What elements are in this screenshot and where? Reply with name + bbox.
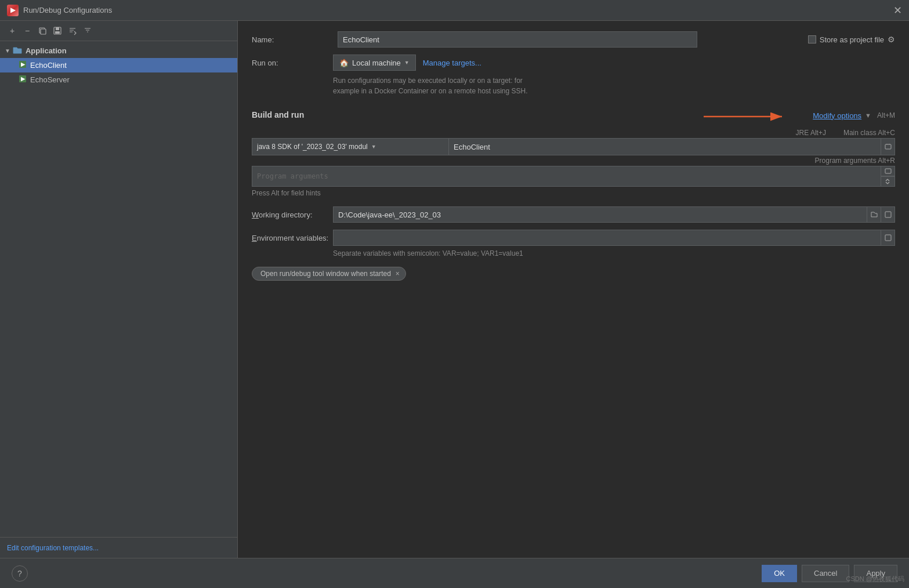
local-machine-dropdown[interactable]: 🏠 Local machine ▼ bbox=[333, 55, 416, 71]
build-run-section: Build and run Modify options ▼ Alt+M bbox=[252, 106, 895, 281]
env-vars-macro[interactable] bbox=[881, 230, 895, 246]
working-dir-browse-folder[interactable] bbox=[867, 206, 881, 223]
tree-group-application[interactable]: ▼ Application bbox=[0, 43, 237, 58]
main-class-hint-label: Main class Alt+C bbox=[843, 129, 895, 137]
prog-args-hint-label: Program arguments Alt+R bbox=[815, 157, 895, 165]
open-tool-window-label: Open run/debug tool window when started bbox=[260, 270, 391, 278]
press-alt-hint: Press Alt for field hints bbox=[252, 189, 895, 197]
working-dir-label: Working directory: bbox=[252, 210, 333, 219]
tag-close-button[interactable]: × bbox=[396, 270, 400, 277]
import-config-button[interactable] bbox=[66, 24, 79, 37]
local-machine-text: Local machine bbox=[352, 59, 401, 67]
svg-text:▶: ▶ bbox=[21, 61, 26, 67]
configurations-toolbar: + − bbox=[0, 21, 237, 41]
svg-text:▶: ▶ bbox=[21, 76, 26, 82]
config-icon-2: ▶ bbox=[19, 75, 27, 85]
java-sdk-text: java 8 SDK of '_2023_02_03' modul bbox=[257, 143, 368, 151]
add-config-button[interactable]: + bbox=[6, 24, 19, 37]
env-vars-label: Environment variables: bbox=[252, 234, 333, 242]
title-bar: ▶ Run/Debug Configurations ✕ bbox=[0, 0, 909, 21]
sort-config-button[interactable] bbox=[81, 24, 94, 37]
app-icon: ▶ bbox=[7, 5, 19, 16]
folder-icon bbox=[13, 46, 22, 56]
jre-hint: JRE Alt+J bbox=[796, 129, 826, 137]
house-icon: 🏠 bbox=[339, 59, 349, 67]
prog-args-buttons bbox=[881, 166, 895, 187]
svg-rect-4 bbox=[55, 31, 60, 34]
tree-item-echoserver-label: EchoServer bbox=[30, 75, 70, 84]
tree-expand-arrow: ▼ bbox=[5, 48, 10, 54]
prog-args-row bbox=[252, 166, 895, 187]
store-project-file-option: Store as project file ⚙ bbox=[808, 35, 895, 44]
env-vars-buttons bbox=[881, 230, 895, 246]
close-button[interactable]: ✕ bbox=[893, 6, 902, 15]
store-project-label: Store as project file bbox=[820, 35, 884, 44]
svg-rect-3 bbox=[56, 27, 59, 30]
prog-args-input[interactable] bbox=[252, 166, 881, 187]
name-input[interactable] bbox=[338, 31, 697, 48]
dropdown-arrow-icon: ▼ bbox=[404, 60, 410, 66]
env-vars-input[interactable] bbox=[333, 230, 881, 246]
java-sdk-dropdown[interactable]: java 8 SDK of '_2023_02_03' modul ▼ bbox=[252, 138, 449, 155]
main-class-input[interactable] bbox=[449, 138, 881, 155]
bottom-bar: ? OK Cancel Apply bbox=[0, 558, 909, 588]
working-dir-row: Working directory: bbox=[252, 206, 895, 223]
manage-targets-link[interactable]: Manage targets... bbox=[423, 59, 481, 67]
cancel-button[interactable]: Cancel bbox=[802, 565, 849, 582]
tree-item-echoserver[interactable]: ▶ EchoServer bbox=[0, 72, 237, 87]
run-on-label: Run on: bbox=[252, 59, 333, 67]
modify-options-shortcut: Alt+M bbox=[877, 111, 895, 119]
tree-item-echoclient[interactable]: ▶ EchoClient bbox=[0, 58, 237, 72]
ok-button[interactable]: OK bbox=[762, 565, 797, 582]
left-panel: + − ▼ Application bbox=[0, 21, 238, 558]
store-project-checkbox[interactable] bbox=[808, 35, 816, 43]
working-dir-macro[interactable] bbox=[881, 206, 895, 223]
prog-args-expand-btn[interactable] bbox=[881, 176, 895, 187]
right-panel: Name: Store as project file ⚙ Run on: 🏠 … bbox=[238, 21, 909, 558]
env-vars-row: Environment variables: bbox=[252, 230, 895, 246]
prog-args-macro-btn[interactable] bbox=[881, 166, 895, 176]
svg-rect-13 bbox=[885, 235, 891, 241]
run-description: Run configurations may be executed local… bbox=[333, 75, 895, 96]
tag-row: Open run/debug tool window when started … bbox=[252, 267, 895, 281]
edit-templates-link[interactable]: Edit configuration templates... bbox=[7, 544, 99, 552]
main-class-browse-btn[interactable] bbox=[881, 138, 895, 155]
name-label: Name: bbox=[252, 35, 333, 44]
gear-icon[interactable]: ⚙ bbox=[888, 35, 895, 44]
config-tree: ▼ Application ▶ EchoClient ▶ EchoServer bbox=[0, 41, 237, 537]
tree-item-echoclient-label: EchoClient bbox=[30, 61, 67, 70]
main-content: + − ▼ Application bbox=[0, 21, 909, 558]
working-dir-buttons bbox=[867, 206, 895, 223]
svg-rect-12 bbox=[885, 212, 891, 217]
svg-rect-11 bbox=[885, 169, 891, 173]
left-bottom: Edit configuration templates... bbox=[0, 537, 237, 558]
save-config-button[interactable] bbox=[51, 24, 64, 37]
open-tool-window-tag: Open run/debug tool window when started … bbox=[252, 267, 406, 281]
copy-config-button[interactable] bbox=[36, 24, 49, 37]
svg-rect-1 bbox=[41, 29, 46, 34]
modify-options-link[interactable]: Modify options bbox=[813, 111, 861, 120]
working-dir-input[interactable] bbox=[333, 206, 867, 223]
watermark: CSDN @热夜狐代码 bbox=[846, 575, 904, 583]
build-run-inputs: java 8 SDK of '_2023_02_03' modul ▼ bbox=[252, 138, 895, 155]
svg-rect-10 bbox=[885, 144, 891, 149]
title-bar-text: Run/Debug Configurations bbox=[23, 6, 893, 14]
red-arrow bbox=[698, 108, 791, 125]
main-class-container bbox=[449, 138, 895, 155]
build-run-title: Build and run bbox=[252, 110, 304, 119]
java-dropdown-arrow: ▼ bbox=[371, 144, 376, 150]
run-on-row: Run on: 🏠 Local machine ▼ Manage targets… bbox=[252, 55, 895, 71]
tree-group-label: Application bbox=[26, 46, 67, 55]
remove-config-button[interactable]: − bbox=[21, 24, 34, 37]
help-button[interactable]: ? bbox=[12, 565, 28, 582]
config-icon: ▶ bbox=[19, 60, 27, 70]
semicolon-hint: Separate variables with semicolon: VAR=v… bbox=[333, 249, 895, 257]
